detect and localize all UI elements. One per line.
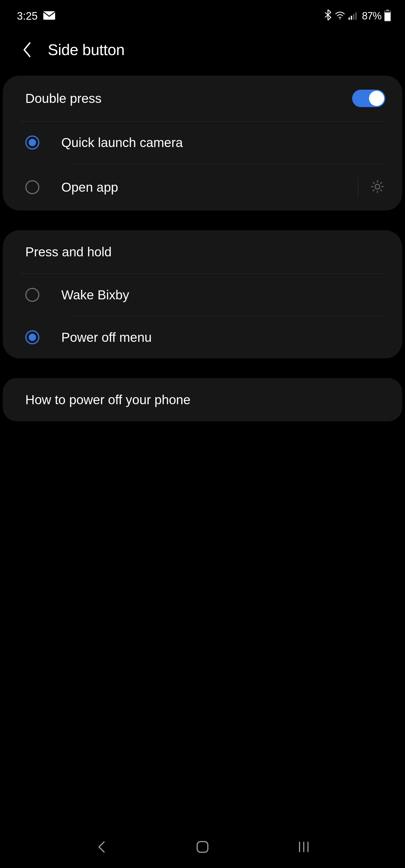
back-button[interactable] xyxy=(20,43,34,57)
press-hold-title: Press and hold xyxy=(25,244,112,259)
radio-selected-icon xyxy=(25,135,39,150)
press-hold-header: Press and hold xyxy=(3,230,402,274)
battery-icon xyxy=(384,11,391,21)
option-label: Quick launch camera xyxy=(61,135,385,150)
status-bar: 3:25 87% xyxy=(0,0,405,28)
svg-point-6 xyxy=(375,184,380,189)
status-left: 3:25 xyxy=(17,10,55,22)
section-double-press: Double press Quick launch camera Open ap… xyxy=(3,75,402,211)
option-label: Open app xyxy=(61,180,336,195)
system-nav-bar xyxy=(0,832,405,868)
separator xyxy=(358,177,358,197)
radio-unselected-icon xyxy=(25,288,39,302)
section-press-hold: Press and hold Wake Bixby Power off menu xyxy=(3,230,402,359)
page-title: Side button xyxy=(48,41,124,59)
svg-rect-7 xyxy=(197,842,208,852)
signal-icon xyxy=(348,10,359,22)
svg-rect-3 xyxy=(351,16,352,20)
nav-home-button[interactable] xyxy=(191,836,214,858)
toggle-knob xyxy=(369,91,384,106)
svg-rect-5 xyxy=(355,12,357,20)
option-open-app[interactable]: Open app xyxy=(3,164,402,211)
svg-rect-4 xyxy=(353,14,354,20)
status-right: 87% xyxy=(324,9,391,23)
radio-unselected-icon xyxy=(25,180,39,194)
svg-rect-2 xyxy=(348,18,350,20)
option-power-off-menu[interactable]: Power off menu xyxy=(3,316,402,359)
status-time: 3:25 xyxy=(17,10,38,22)
bluetooth-icon xyxy=(324,9,331,23)
how-to-power-off[interactable]: How to power off your phone xyxy=(3,378,402,421)
status-battery-text: 87% xyxy=(362,10,381,22)
option-label: Power off menu xyxy=(61,330,385,345)
double-press-title: Double press xyxy=(25,91,102,106)
wifi-icon xyxy=(335,10,346,22)
open-app-settings xyxy=(358,177,385,197)
svg-point-1 xyxy=(340,18,341,20)
radio-selected-icon xyxy=(25,330,39,344)
nav-back-button[interactable] xyxy=(90,836,113,858)
option-label: Wake Bixby xyxy=(61,287,385,303)
option-wake-bixby[interactable]: Wake Bixby xyxy=(3,274,402,316)
option-quick-launch-camera[interactable]: Quick launch camera xyxy=(3,121,402,164)
nav-recents-button[interactable] xyxy=(292,836,315,858)
how-to-power-off-label: How to power off your phone xyxy=(25,392,380,407)
page-header: Side button xyxy=(0,28,405,75)
mail-icon xyxy=(43,10,55,22)
svg-rect-0 xyxy=(43,11,55,20)
double-press-header: Double press xyxy=(3,75,402,121)
gear-icon[interactable] xyxy=(370,179,385,196)
double-press-toggle[interactable] xyxy=(352,90,385,107)
